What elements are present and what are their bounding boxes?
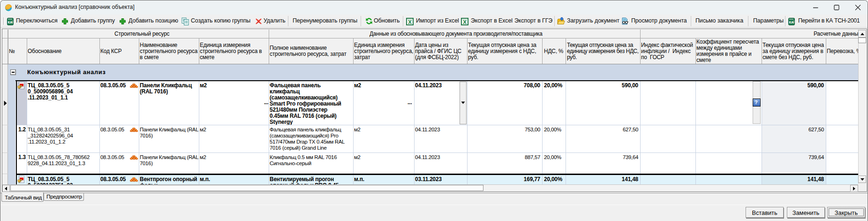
svg-text:X: X <box>463 19 467 25</box>
svg-text:X: X <box>408 19 412 25</box>
svg-text:КА: КА <box>8 20 13 24</box>
svg-text:КА: КА <box>789 20 794 24</box>
